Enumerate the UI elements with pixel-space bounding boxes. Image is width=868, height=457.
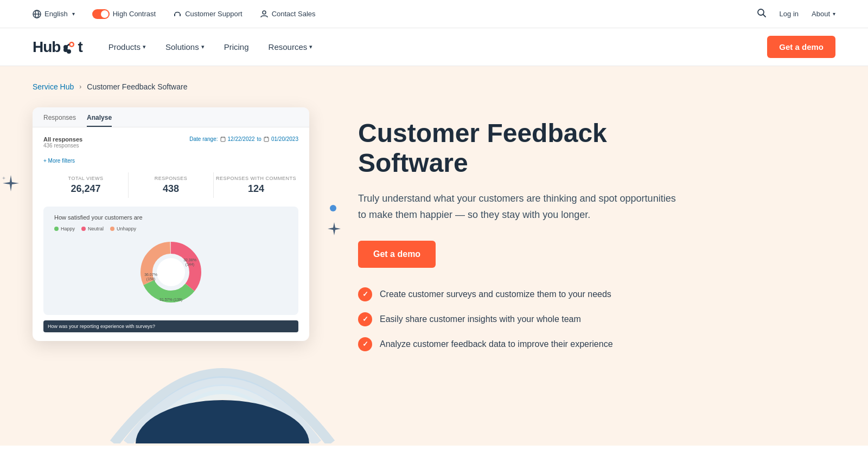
headset-icon <box>173 10 182 18</box>
top-bar-right: Log in About ▾ <box>757 8 835 20</box>
globe-icon <box>33 10 41 18</box>
card-header-row: All responses 436 responses Date range: … <box>43 136 298 149</box>
svg-text:36.07%: 36.07% <box>144 273 157 276</box>
card-tab-analyze[interactable]: Analyse <box>87 114 112 127</box>
high-contrast-toggle[interactable]: High Contrast <box>92 9 156 19</box>
customer-support-label: Customer Support <box>185 10 242 18</box>
feature-item-3: Analyze customer feedback data to improv… <box>358 337 684 351</box>
feature-label-2: Easily share customer insights with your… <box>380 314 581 324</box>
get-demo-nav-button[interactable]: Get a demo <box>767 36 835 58</box>
card-tabs: Responses Analyse <box>33 107 309 127</box>
date-range: Date range: 12/22/2022 to 01/20/2023 <box>189 136 298 142</box>
language-label: English <box>44 10 68 18</box>
breadcrumb-parent-link[interactable]: Service Hub <box>33 82 74 91</box>
svg-rect-3 <box>174 14 175 16</box>
donut-svg: 36.07% (158) 32.38% (144) 31.57% (139) <box>136 237 206 307</box>
svg-text:(158): (158) <box>146 277 155 281</box>
svg-text:31.57% (139): 31.57% (139) <box>159 298 182 302</box>
top-bar: English ▾ High Contrast Customer Support… <box>0 0 868 28</box>
donut-chart: 36.07% (158) 32.38% (144) 31.57% (139) <box>54 237 288 307</box>
logo[interactable]: Hub t <box>33 38 82 56</box>
hero-title: Customer Feedback Software <box>358 118 684 178</box>
all-responses-label: All responses <box>43 136 82 143</box>
breadcrumb-current: Customer Feedback Software <box>87 82 187 91</box>
calendar-icon <box>220 137 226 142</box>
svg-point-5 <box>263 11 266 14</box>
check-icon-3 <box>358 337 372 351</box>
svg-line-7 <box>763 14 765 17</box>
main-nav: Hub t Products ▾ Solutions ▾ <box>0 28 868 66</box>
nav-products[interactable]: Products ▾ <box>108 42 146 52</box>
search-icon[interactable] <box>757 8 767 20</box>
card-tab-responses[interactable]: Responses <box>43 114 76 127</box>
about-link[interactable]: About ▾ <box>812 10 835 18</box>
high-contrast-label: High Contrast <box>113 10 156 18</box>
star-decoration-left <box>0 172 22 196</box>
screenshot-area: Responses Analyse All responses 436 resp… <box>33 107 315 341</box>
feature-label-3: Analyze customer feedback data to improv… <box>380 339 613 349</box>
about-chevron-icon: ▾ <box>833 11 835 17</box>
logo-text-end: t <box>78 38 82 56</box>
contact-sales-label: Contact Sales <box>272 10 316 18</box>
stats-row: TOTAL VIEWS 26,247 RESPONSES 438 RESPONS… <box>43 172 298 198</box>
feature-list: Create customer surveys and customize th… <box>358 287 684 351</box>
nav-resources[interactable]: Resources ▾ <box>269 42 313 52</box>
feature-item-2: Easily share customer insights with your… <box>358 312 684 326</box>
stat-value-comments: 124 <box>214 183 298 195</box>
contact-sales-link[interactable]: Contact Sales <box>260 10 316 18</box>
hero-description: Truly understand what your customers are… <box>358 191 684 223</box>
nav-pricing[interactable]: Pricing <box>224 42 249 52</box>
stat-comments: RESPONSES WITH COMMENTS 124 <box>214 172 298 198</box>
svg-point-25 <box>157 258 185 286</box>
svg-point-9 <box>71 43 73 46</box>
solutions-chevron-icon: ▾ <box>201 43 205 50</box>
card-inner: All responses 436 responses Date range: … <box>33 127 309 341</box>
star-decoration-right <box>327 221 342 239</box>
check-icon-2 <box>358 312 372 326</box>
date-from: 12/22/2022 <box>228 136 255 142</box>
date-to: 01/20/2023 <box>271 136 298 142</box>
breadcrumb: Service Hub › Customer Feedback Software <box>33 82 835 91</box>
legend-dot-neutral <box>81 227 86 231</box>
card-responses-info: All responses 436 responses <box>43 136 82 149</box>
toggle-icon[interactable] <box>92 9 110 19</box>
svg-rect-4 <box>180 14 181 16</box>
svg-text:32.38%: 32.38% <box>183 258 196 262</box>
breadcrumb-separator: › <box>79 83 81 91</box>
calendar-icon-2 <box>264 137 269 142</box>
stat-label-responses: RESPONSES <box>129 176 213 181</box>
language-selector[interactable]: English ▾ <box>33 10 75 18</box>
chart-title: How satisfied your customers are <box>54 214 288 221</box>
check-icon-1 <box>358 287 372 301</box>
chart-legend: Happy Neutral Unhappy <box>54 226 288 231</box>
stat-label-comments: RESPONSES WITH COMMENTS <box>214 176 298 181</box>
legend-neutral: Neutral <box>81 226 104 231</box>
customer-support-link[interactable]: Customer Support <box>173 10 242 18</box>
logo-text: Hub <box>33 38 60 56</box>
products-chevron-icon: ▾ <box>143 43 146 50</box>
rainbow-decoration <box>108 335 336 446</box>
more-filters-link[interactable]: + More filters <box>43 158 75 164</box>
chart-section: How satisfied your customers are Happy N… <box>43 207 298 315</box>
svg-rect-19 <box>264 137 269 141</box>
stat-responses: RESPONSES 438 <box>129 172 214 198</box>
feature-item-1: Create customer surveys and customize th… <box>358 287 684 301</box>
hubspot-logo-icon <box>61 40 76 55</box>
svg-rect-16 <box>221 137 225 141</box>
legend-unhappy: Unhappy <box>110 226 136 231</box>
legend-dot-unhappy <box>110 227 114 231</box>
resources-chevron-icon: ▾ <box>309 43 312 50</box>
hero-text: Customer Feedback Software Truly underst… <box>358 107 684 351</box>
person-icon <box>260 10 269 18</box>
feature-label-1: Create customer surveys and customize th… <box>380 289 611 299</box>
svg-text:(144): (144) <box>186 262 194 267</box>
nav-items: Products ▾ Solutions ▾ Pricing Resources… <box>108 42 312 52</box>
stat-total-views: TOTAL VIEWS 26,247 <box>43 172 129 198</box>
nav-left: Hub t Products ▾ Solutions ▾ <box>33 38 312 56</box>
hero-cta-button[interactable]: Get a demo <box>358 241 436 268</box>
stat-value-responses: 438 <box>129 183 213 195</box>
legend-happy: Happy <box>54 226 75 231</box>
nav-solutions[interactable]: Solutions ▾ <box>165 42 205 52</box>
responses-count: 436 responses <box>43 143 82 149</box>
login-link[interactable]: Log in <box>780 10 799 18</box>
